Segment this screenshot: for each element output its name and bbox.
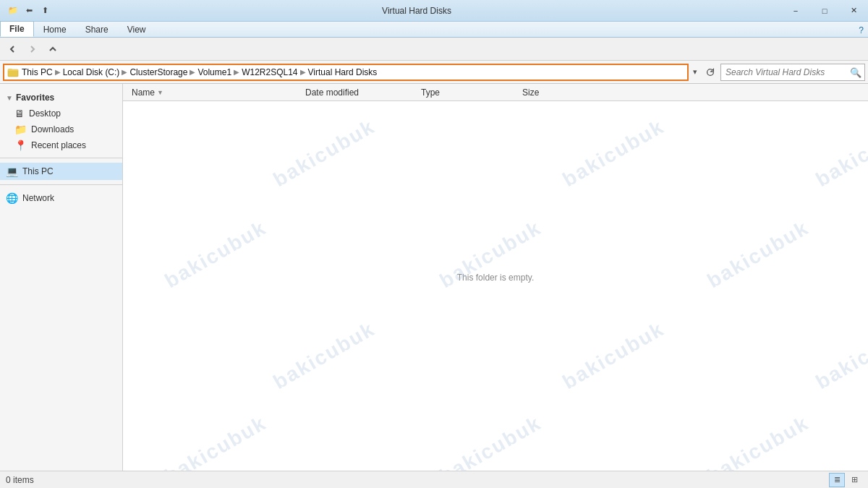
this-pc-icon: 💻 bbox=[6, 166, 18, 177]
search-icon: 🔍 bbox=[850, 67, 861, 77]
back-button[interactable] bbox=[3, 40, 22, 59]
help-button[interactable]: ? bbox=[854, 24, 868, 37]
sidebar-item-recent-places[interactable]: 📍 Recent places bbox=[0, 137, 122, 153]
sidebar-divider-1 bbox=[0, 158, 122, 158]
watermark-6: bakicubuk bbox=[703, 216, 813, 293]
breadcrumb-this-pc[interactable]: This PC bbox=[22, 67, 53, 77]
sort-arrow-name: ▼ bbox=[157, 89, 163, 96]
watermark-4: bakicubuk bbox=[161, 216, 271, 293]
empty-folder-message: This folder is empty. bbox=[457, 273, 534, 283]
watermark-3: bakicubuk bbox=[812, 115, 868, 192]
title-folder-icon: 📁 bbox=[6, 4, 20, 18]
content-area: Name ▼ Date modified Type Size This fold… bbox=[123, 84, 868, 471]
sidebar-item-desktop-label: Desktop bbox=[29, 108, 61, 119]
tab-file[interactable]: File bbox=[0, 21, 34, 37]
sidebar-item-recent-label: Recent places bbox=[31, 140, 86, 150]
minimize-button[interactable]: − bbox=[781, 0, 810, 22]
watermark-7: bakicubuk bbox=[269, 317, 379, 394]
toolbar bbox=[0, 38, 868, 61]
sidebar-item-network-label: Network bbox=[22, 193, 54, 203]
watermark-11: bakicubuk bbox=[435, 411, 545, 471]
title-arrow-icon: ⬅ bbox=[22, 4, 36, 18]
breadcrumb-folder-icon bbox=[7, 67, 19, 78]
breadcrumb-current: Virtual Hard Disks bbox=[308, 67, 378, 77]
search-input[interactable] bbox=[720, 64, 865, 81]
favorites-arrow: ▼ bbox=[6, 94, 13, 102]
watermark-8: bakicubuk bbox=[558, 317, 668, 394]
search-container: 🔍 bbox=[720, 64, 865, 81]
col-header-date[interactable]: Date modified bbox=[302, 87, 418, 98]
recent-places-icon: 📍 bbox=[14, 140, 27, 151]
watermark-10: bakicubuk bbox=[161, 411, 271, 471]
breadcrumb-dropdown-button[interactable]: ▾ bbox=[690, 64, 700, 81]
title-up-icon: ⬆ bbox=[38, 4, 52, 18]
forward-button[interactable] bbox=[23, 40, 42, 59]
breadcrumb-box[interactable]: This PC ▶ Local Disk (C:) ▶ ClusterStora… bbox=[3, 64, 689, 81]
status-bar: 0 items ≣ ⊞ bbox=[0, 471, 868, 488]
watermark-12: bakicubuk bbox=[703, 411, 813, 471]
sidebar-item-desktop[interactable]: 🖥 Desktop bbox=[0, 106, 122, 121]
main-area: ▼ Favorites 🖥 Desktop 📁 Downloads 📍 Rece… bbox=[0, 84, 868, 471]
breadcrumb-items: This PC ▶ Local Disk (C:) ▶ ClusterStora… bbox=[22, 67, 377, 77]
close-button[interactable]: ✕ bbox=[839, 0, 868, 22]
favorites-label: Favorites bbox=[16, 93, 54, 103]
sidebar: ▼ Favorites 🖥 Desktop 📁 Downloads 📍 Rece… bbox=[0, 84, 123, 471]
view-icons-button[interactable]: ⊞ bbox=[846, 473, 862, 487]
watermark-9: bakicubuk bbox=[812, 317, 868, 394]
window-title: Virtual Hard Disks bbox=[52, 6, 781, 16]
downloads-icon: 📁 bbox=[14, 124, 27, 135]
column-headers: Name ▼ Date modified Type Size bbox=[123, 84, 868, 101]
favorites-header[interactable]: ▼ Favorites bbox=[0, 90, 122, 106]
title-bar: 📁 ⬅ ⬆ Virtual Hard Disks − □ ✕ bbox=[0, 0, 868, 22]
col-header-type[interactable]: Type bbox=[418, 87, 519, 98]
window-controls: − □ ✕ bbox=[781, 0, 868, 22]
refresh-button[interactable] bbox=[702, 64, 719, 81]
sidebar-item-downloads[interactable]: 📁 Downloads bbox=[0, 121, 122, 137]
network-icon: 🌐 bbox=[6, 192, 18, 204]
col-header-name[interactable]: Name ▼ bbox=[129, 87, 302, 98]
items-count: 0 items bbox=[6, 475, 34, 485]
sidebar-item-this-pc-label: This PC bbox=[22, 166, 54, 176]
sidebar-divider-2 bbox=[0, 184, 122, 185]
restore-button[interactable]: □ bbox=[810, 0, 839, 22]
watermark-1: bakicubuk bbox=[269, 115, 379, 192]
ribbon-tabs: File Home Share View ? bbox=[0, 22, 868, 38]
view-buttons: ≣ ⊞ bbox=[829, 473, 862, 487]
sidebar-item-downloads-label: Downloads bbox=[31, 124, 74, 134]
breadcrumb-w12r2sql14[interactable]: W12R2SQL14 bbox=[242, 67, 297, 77]
title-bar-icons: 📁 ⬅ ⬆ bbox=[6, 4, 52, 18]
address-bar: This PC ▶ Local Disk (C:) ▶ ClusterStora… bbox=[0, 61, 868, 84]
breadcrumb-local-disk[interactable]: Local Disk (C:) bbox=[63, 67, 120, 77]
sidebar-item-this-pc[interactable]: 💻 This PC bbox=[0, 163, 122, 180]
col-header-size[interactable]: Size bbox=[519, 87, 592, 98]
view-details-button[interactable]: ≣ bbox=[829, 473, 845, 487]
tab-view[interactable]: View bbox=[118, 21, 156, 37]
breadcrumb-cluster-storage[interactable]: ClusterStorage bbox=[129, 67, 187, 77]
up-button[interactable] bbox=[43, 40, 62, 59]
desktop-icon: 🖥 bbox=[14, 108, 25, 119]
breadcrumb-volume1[interactable]: Volume1 bbox=[197, 67, 231, 77]
sidebar-item-network[interactable]: 🌐 Network bbox=[0, 189, 122, 207]
tab-share[interactable]: Share bbox=[76, 21, 118, 37]
tab-home[interactable]: Home bbox=[34, 21, 76, 37]
watermark-2: bakicubuk bbox=[558, 115, 668, 192]
